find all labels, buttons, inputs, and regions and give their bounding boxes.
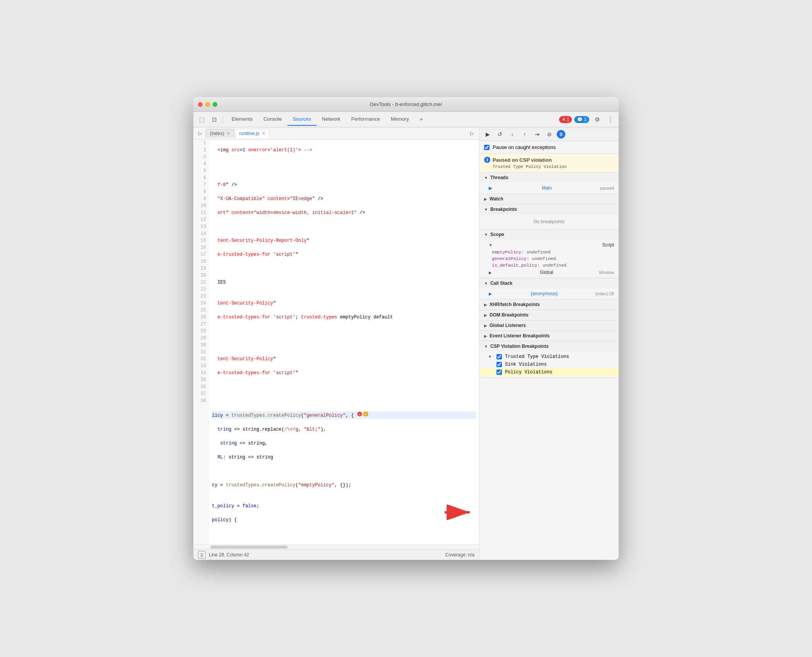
dom-breakpoints-section: ▶ DOM Breakpoints — [479, 310, 619, 320]
run-icon[interactable]: ▷ — [196, 129, 205, 138]
breakpoints-header[interactable]: ▼ Breakpoints — [479, 204, 619, 214]
dom-breakpoints-title: DOM Breakpoints — [490, 312, 529, 318]
policy-violations-checkbox[interactable] — [496, 370, 502, 375]
call-stack-frame-0[interactable]: ▶ (anonymous) (index):28 — [479, 290, 619, 298]
xhr-breakpoints-section: ▶ XHR/fetch Breakpoints — [479, 299, 619, 310]
tab-memory[interactable]: Memory — [386, 113, 415, 126]
play-icon[interactable]: ▷ — [467, 129, 477, 138]
sink-violations-checkbox[interactable] — [496, 362, 502, 367]
tab-navigation: Elements Console Sources Network Perform… — [226, 113, 558, 126]
trusted-type-violations-checkbox[interactable] — [496, 354, 502, 359]
device-icon[interactable]: ⊡ — [209, 114, 220, 125]
threads-section: ▼ Threads ▶ Main paused — [479, 173, 619, 194]
svg-text:✕: ✕ — [358, 412, 360, 417]
traffic-lights[interactable] — [198, 102, 217, 107]
scope-script-header[interactable]: ▼ Script — [479, 241, 619, 249]
global-listeners-section: ▶ Global Listeners — [479, 320, 619, 331]
code-line-7: ort" content="width=device-width, initia… — [212, 209, 476, 216]
code-line-34: cy = trustedTypes.createPolicy("emptyPol… — [212, 482, 476, 489]
close-runtime-tab-icon[interactable]: ✕ — [262, 131, 265, 136]
code-content[interactable]: <img src=1 onerror='alert(1)'> --> f-8" … — [209, 140, 479, 544]
code-line-1: <img src=1 onerror='alert(1)'> --> — [212, 147, 476, 154]
policy-violations-label: Policy Violations — [505, 370, 552, 375]
step-button[interactable]: ⇥ — [532, 129, 542, 139]
sink-violations-label: Sink Violations — [505, 362, 547, 367]
scrollbar-thumb[interactable] — [210, 546, 288, 549]
pause-exceptions-row: Pause on caught exceptions — [479, 141, 619, 154]
frame-label: (anonymous) — [531, 291, 558, 296]
code-line-14: IES — [212, 279, 476, 286]
close-index-tab-icon[interactable]: ✕ — [227, 131, 230, 136]
threads-header[interactable]: ▼ Threads — [479, 173, 619, 183]
editor-tab-index[interactable]: (index) ✕ — [206, 129, 234, 138]
scope-body: ▼ Script emptyPolicy: undefined generalP… — [479, 240, 619, 278]
close-button[interactable] — [198, 102, 203, 107]
watch-header[interactable]: ▶ Watch — [479, 194, 619, 204]
step-into-button[interactable]: ↓ — [507, 129, 517, 139]
pause-button[interactable]: ⏸ — [557, 130, 565, 139]
scope-var-emptyPolicy: emptyPolicy: undefined — [479, 249, 619, 255]
error-badge[interactable]: ✕ 1 — [559, 116, 572, 123]
window-title: DevTools - tt-enforced.glitch.me/ — [370, 101, 442, 107]
breakpoints-chevron: ▼ — [484, 207, 488, 212]
more-icon[interactable]: ⋮ — [605, 114, 616, 125]
global-listeners-header[interactable]: ▶ Global Listeners — [479, 320, 619, 330]
code-line-22: tent-Security-Policy" — [212, 356, 476, 363]
code-line-6: "X-UA-Compatible" content="IE=edge" /> — [212, 195, 476, 202]
deactivate-button[interactable]: ⊘ — [544, 129, 554, 139]
code-line-37: policy) { — [212, 517, 476, 524]
dom-chevron: ▶ — [484, 313, 487, 317]
thread-arrow-icon: ▶ — [489, 185, 492, 191]
event-listener-header[interactable]: ▶ Event Listener Breakpoints — [479, 331, 619, 341]
titlebar: DevTools - tt-enforced.glitch.me/ — [193, 97, 619, 112]
xhr-breakpoints-header[interactable]: ▶ XHR/fetch Breakpoints — [479, 299, 619, 310]
step-out-button[interactable]: ↑ — [520, 129, 530, 139]
maximize-button[interactable] — [213, 102, 217, 107]
tab-console[interactable]: Console — [258, 113, 287, 126]
threads-title: Threads — [490, 175, 508, 180]
debugger-toolbar: ▶ ↺ ↓ ↑ ⇥ ⊘ ⏸ — [479, 127, 619, 141]
code-editor[interactable]: 12345 678910 1112131415 1617181920 21222… — [193, 140, 479, 544]
xhr-chevron: ▶ — [484, 303, 487, 307]
scope-header[interactable]: ▼ Scope — [479, 229, 619, 240]
scope-var-generalPolicy: generalPolicy: undefined — [479, 255, 619, 262]
csp-violation-breakpoints-header[interactable]: ▼ CSP Violation Breakpoints — [479, 341, 619, 351]
breakpoints-body: No breakpoints — [479, 214, 619, 229]
csp-violation-body: Trusted Type Policy Violation — [484, 164, 614, 169]
toolbar-separator — [223, 116, 223, 123]
message-badge[interactable]: 💬 1 — [574, 116, 589, 123]
call-stack-chevron: ▼ — [484, 281, 488, 286]
dom-breakpoints-header[interactable]: ▶ DOM Breakpoints — [479, 310, 619, 320]
code-line-10: tent-Security-Policy-Report-Only" — [212, 237, 476, 244]
resume-button[interactable]: ▶ — [483, 129, 493, 139]
horizontal-scrollbar[interactable] — [193, 544, 479, 549]
cursor-icon[interactable]: ⬚ — [196, 114, 207, 125]
minimize-button[interactable] — [205, 102, 210, 107]
tab-sources[interactable]: Sources — [287, 113, 317, 126]
scope-global-header[interactable]: ▶ Global Window — [479, 269, 619, 276]
call-stack-title: Call Stack — [490, 281, 512, 286]
right-sections: Pause on caught exceptions ℹ Paused on C… — [479, 141, 619, 560]
tab-elements[interactable]: Elements — [226, 113, 258, 126]
scope-global-value: Window — [599, 270, 614, 275]
settings-icon[interactable]: ⚙ — [592, 114, 602, 125]
call-stack-header[interactable]: ▼ Call Stack — [479, 278, 619, 288]
tab-network[interactable]: Network — [317, 113, 346, 126]
tab-more[interactable]: » — [415, 113, 428, 126]
debugger-panel: ▶ ↺ ↓ ↑ ⇥ ⊘ ⏸ Pause on caught exceptions… — [479, 127, 619, 560]
code-line-28: licy = trustedTypes.createPolicy("genera… — [212, 411, 476, 419]
pause-exceptions-checkbox[interactable] — [484, 145, 490, 150]
editor-tab-runtime-label: runtime.js — [239, 131, 259, 136]
code-line-17: e-trusted-types-for 'script'; trusted-ty… — [212, 314, 476, 321]
main-content: ▷ (index) ✕ runtime.js ✕ ▷ 12345 678910 … — [193, 127, 619, 560]
tab-performance[interactable]: Performance — [346, 113, 385, 126]
thread-main[interactable]: ▶ Main paused — [479, 184, 619, 192]
status-bar: {} Line 28, Column 42 Coverage: n/a — [193, 549, 479, 560]
format-icon[interactable]: {} — [198, 551, 206, 559]
main-toolbar: ⬚ ⊡ Elements Console Sources Network Per… — [193, 112, 619, 127]
code-line-16: tent-Security-Policy" — [212, 300, 476, 307]
scope-var-is-default-policy: is_default_policy: undefined — [479, 262, 619, 269]
editor-tab-runtime[interactable]: runtime.js ✕ — [235, 129, 270, 138]
event-listener-section: ▶ Event Listener Breakpoints — [479, 331, 619, 341]
step-over-button[interactable]: ↺ — [495, 129, 505, 139]
